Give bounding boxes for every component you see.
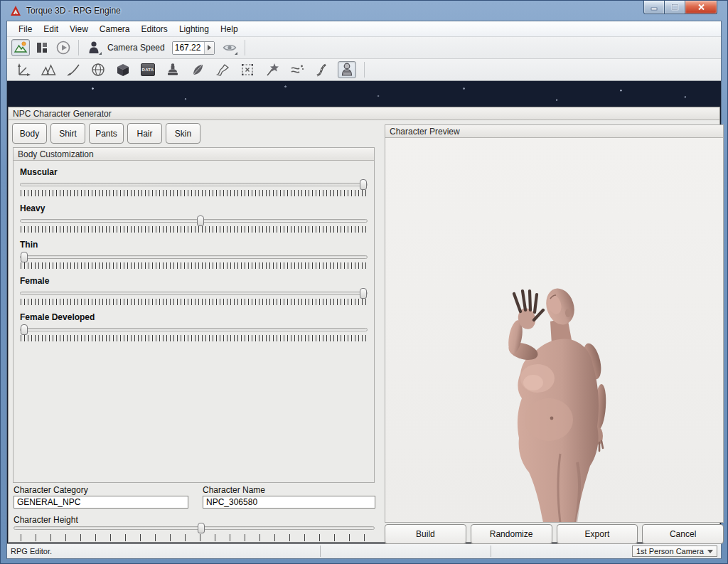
app-window: Torque 3D - RPG Engine File Edit View Ca… [0, 0, 728, 564]
camera-speed-label: Camera Speed [107, 43, 165, 53]
slider-handle[interactable] [21, 252, 28, 262]
scene-viewport[interactable] [7, 81, 721, 106]
slider-ticks [21, 335, 367, 341]
slider-label: Muscular [20, 167, 368, 177]
slider-row-female-developed: Female Developed [20, 312, 368, 341]
shape-editor-button[interactable] [114, 61, 132, 78]
tab-pants[interactable]: Pants [89, 123, 124, 144]
character-height-label: Character Height [14, 515, 78, 525]
close-button[interactable] [685, 1, 717, 14]
slider-handle[interactable] [198, 523, 205, 533]
tab-body[interactable]: Body [12, 123, 47, 144]
window-title: Torque 3D - RPG Engine [26, 6, 121, 16]
body-customization-header: Body Customization [14, 148, 374, 161]
export-button[interactable]: Export [557, 524, 638, 544]
slider-label: Thin [20, 240, 368, 250]
mission-area-editor-button[interactable] [238, 61, 257, 78]
menu-help[interactable]: Help [215, 23, 244, 36]
cancel-button[interactable]: Cancel [642, 524, 724, 544]
player-camera-button[interactable] [85, 39, 103, 56]
terrain-editor-button[interactable] [39, 61, 58, 78]
tab-hair[interactable]: Hair [127, 123, 162, 144]
height-slider-ticks [21, 534, 376, 541]
body-customization-group: Body Customization Muscular Heavy [13, 147, 375, 483]
slider-row-heavy: Heavy [20, 203, 368, 233]
slider-handle[interactable] [21, 324, 28, 335]
slider-label: Heavy [20, 203, 368, 213]
forest-editor-button[interactable] [188, 61, 207, 78]
heavy-slider[interactable] [20, 219, 368, 223]
camera-mode-value: 1st Person Camera [636, 547, 704, 555]
datablock-editor-icon: DATA [141, 63, 155, 76]
slider-ticks [21, 226, 367, 233]
path-editor-button[interactable] [313, 61, 331, 78]
scene-editor-button[interactable] [11, 39, 30, 56]
statusbar-divider [320, 546, 321, 557]
particle-editor-button[interactable] [263, 61, 282, 78]
character-name-input[interactable] [203, 496, 375, 509]
slider-row-muscular: Muscular [20, 167, 368, 196]
road-editor-icon [215, 62, 230, 78]
npc-panel-header: NPC Character Generator [9, 107, 719, 120]
tab-skin[interactable]: Skin [166, 123, 200, 144]
character-category-input[interactable] [14, 496, 188, 509]
build-button[interactable]: Build [385, 524, 466, 544]
menu-view[interactable]: View [64, 23, 94, 36]
body-customization-title: Body Customization [18, 149, 94, 159]
npc-generator-panel: NPC Character Generator Body Shirt Pants… [8, 107, 720, 543]
camera-mode-select[interactable]: 1st Person Camera [632, 546, 717, 557]
tab-label: Body [20, 129, 39, 139]
play-button[interactable] [54, 39, 73, 56]
statusbar: RPG Editor. 1st Person Camera [7, 543, 721, 558]
torque-logo-icon [9, 5, 22, 16]
menu-file[interactable]: File [13, 23, 38, 36]
tab-shirt[interactable]: Shirt [50, 123, 85, 144]
maximize-button[interactable] [665, 1, 685, 14]
character-preview-header: Character Preview [385, 125, 723, 138]
female-developed-slider[interactable] [20, 328, 368, 331]
slider-ticks [21, 262, 367, 269]
visibility-button[interactable] [220, 39, 239, 56]
character-category-label: Character Category [14, 485, 88, 495]
statusbar-divider [491, 546, 491, 557]
gui-editor-icon [34, 40, 50, 55]
thin-slider[interactable] [20, 255, 368, 259]
camera-speed-input[interactable] [173, 42, 204, 54]
datablock-editor-button[interactable]: DATA [139, 61, 157, 78]
character-height-slider[interactable] [14, 526, 375, 530]
decal-editor-button[interactable] [164, 61, 182, 78]
main-area: NPC Character Generator Body Shirt Pants… [7, 106, 721, 543]
scene-editor-icon [13, 40, 28, 55]
menu-edit[interactable]: Edit [38, 23, 64, 36]
slider-handle[interactable] [360, 288, 367, 299]
female-slider[interactable] [20, 292, 368, 295]
gui-editor-button[interactable] [33, 39, 51, 56]
menu-lighting[interactable]: Lighting [173, 23, 215, 36]
menu-camera[interactable]: Camera [94, 23, 136, 36]
slider-handle[interactable] [197, 216, 204, 226]
titlebar[interactable]: Torque 3D - RPG Engine [6, 1, 722, 21]
slider-ticks [21, 299, 367, 305]
river-editor-icon [289, 62, 305, 78]
road-editor-button[interactable] [213, 61, 232, 78]
world-editor-icon [16, 62, 31, 78]
rpg-editor-button[interactable] [338, 61, 356, 78]
minimize-button[interactable] [643, 1, 665, 14]
terrain-editor-icon [41, 62, 56, 78]
material-editor-icon [90, 62, 106, 78]
editor-toolbar: DATA [7, 59, 721, 81]
slider-handle[interactable] [360, 179, 367, 190]
camera-speed-expand-icon[interactable] [204, 42, 214, 54]
preview-viewport[interactable] [385, 138, 723, 522]
world-editor-button[interactable] [14, 61, 33, 78]
menu-editors[interactable]: Editors [136, 23, 173, 36]
terrain-painter-button[interactable] [64, 61, 82, 78]
river-editor-button[interactable] [288, 61, 306, 78]
material-editor-button[interactable] [89, 61, 107, 78]
muscular-slider[interactable] [20, 183, 368, 186]
path-editor-icon [314, 62, 330, 78]
npc-panel-title: NPC Character Generator [13, 109, 112, 119]
button-label: Build [416, 529, 435, 539]
status-message: RPG Editor. [7, 547, 52, 555]
randomize-button[interactable]: Randomize [471, 524, 552, 544]
